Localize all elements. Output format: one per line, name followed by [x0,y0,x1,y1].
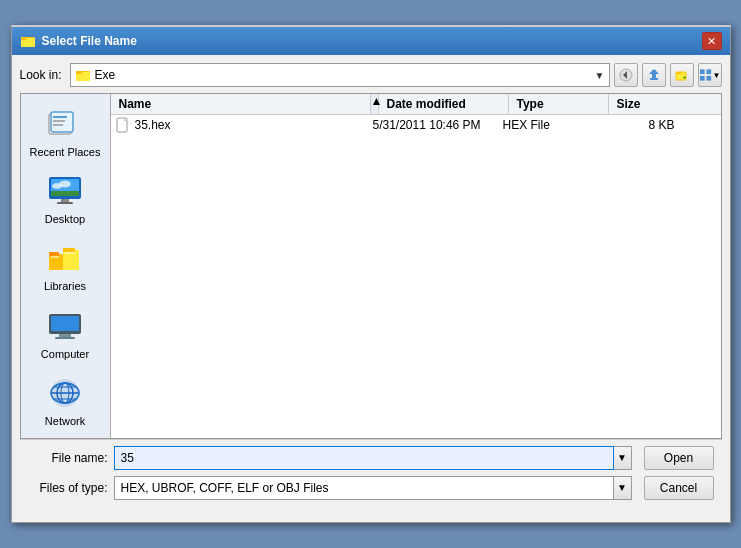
title-bar-left: Select File Name [20,33,137,49]
sidebar-item-libraries[interactable]: Libraries [25,232,105,299]
cancel-btn-label: Cancel [660,481,697,495]
svg-rect-38 [51,316,79,331]
dialog: Select File Name ✕ Look in: Exe ▼ [11,25,731,523]
desktop-icon [47,173,83,209]
open-button[interactable]: Open [644,446,714,470]
up-icon [647,68,661,82]
sidebar-item-label: Desktop [45,213,85,226]
main-panel: Name ▲ Date modified Type Size 35.hex 5/… [111,94,721,438]
close-button[interactable]: ✕ [702,32,722,50]
bottom-section: File name: ▼ Open Files of type: HEX, UB… [20,439,722,514]
libraries-icon-area [45,238,85,278]
files-of-type-dropdown-btn[interactable]: ▼ [614,476,632,500]
sidebar-item-computer[interactable]: Computer [25,300,105,367]
file-name-input[interactable] [114,446,614,470]
svg-rect-35 [65,252,75,254]
svg-rect-14 [699,69,704,74]
svg-rect-33 [63,248,75,252]
svg-rect-29 [57,202,73,204]
new-folder-button[interactable]: + [670,63,694,87]
files-of-type-row: Files of type: HEX, UBROF, COFF, ELF or … [28,476,714,500]
table-row[interactable]: 35.hex 5/31/2011 10:46 PM HEX File 8 KB [111,115,721,135]
sidebar-item-label: Libraries [44,280,86,293]
file-name-row: File name: ▼ Open [28,446,714,470]
content-area: Recent Places [20,93,722,439]
svg-rect-5 [76,71,82,74]
file-name: 35.hex [135,118,373,132]
look-in-value: Exe [95,68,591,82]
toolbar-row: Look in: Exe ▼ [20,63,722,87]
svg-rect-39 [59,334,71,337]
svg-rect-2 [21,37,27,40]
views-icon [699,68,712,82]
back-button[interactable] [614,63,638,87]
svg-rect-31 [49,252,59,256]
svg-rect-34 [51,256,59,258]
svg-rect-15 [706,69,711,74]
up-button[interactable] [642,63,666,87]
svg-rect-40 [55,337,75,339]
files-of-type-dropdown[interactable]: HEX, UBROF, COFF, ELF or OBJ Files [114,476,614,500]
new-folder-icon: + [675,68,689,82]
file-name-input-group: ▼ [114,446,632,470]
look-in-arrow: ▼ [595,70,605,81]
libraries-icon [47,240,83,276]
computer-icon-area [45,306,85,346]
sidebar-item-label: Network [45,415,85,428]
recent-places-icon [47,106,83,142]
svg-rect-27 [51,191,79,196]
cancel-button[interactable]: Cancel [644,476,714,500]
open-btn-label: Open [664,451,693,465]
svg-text:+: + [683,74,687,80]
open-cancel-group: Open [644,446,714,470]
svg-rect-20 [53,116,67,118]
look-in-label: Look in: [20,68,62,82]
file-type: HEX File [503,118,603,132]
network-icon [47,375,83,411]
sidebar-item-label: Computer [41,348,89,361]
folder-icon [75,67,91,83]
sidebar: Recent Places [21,94,111,438]
dialog-icon [20,33,36,49]
sidebar-item-recent-places[interactable]: Recent Places [25,98,105,165]
recent-places-icon-area [45,104,85,144]
svg-rect-16 [699,76,704,81]
sidebar-item-network[interactable]: Network [25,367,105,434]
svg-rect-22 [53,124,63,126]
svg-rect-17 [706,76,711,81]
title-bar: Select File Name ✕ [12,27,730,55]
files-of-type-group: HEX, UBROF, COFF, ELF or OBJ Files ▼ [114,476,632,500]
col-header-size[interactable]: Size [609,94,689,114]
dialog-title: Select File Name [42,34,137,48]
desktop-icon-area [45,171,85,211]
files-of-type-label: Files of type: [28,481,108,495]
computer-icon [47,308,83,344]
file-name-label: File name: [28,451,108,465]
views-button[interactable]: ▼ [698,63,722,87]
svg-rect-12 [676,72,681,74]
svg-rect-10 [650,78,658,80]
svg-marker-9 [649,69,659,74]
dialog-body: Look in: Exe ▼ [12,55,730,522]
file-date: 5/31/2011 10:46 PM [373,118,503,132]
svg-rect-28 [61,199,69,202]
sort-indicator: ▲ [371,94,379,114]
cancel-group: Cancel [644,476,714,500]
file-name-dropdown-btn[interactable]: ▼ [614,446,632,470]
files-of-type-value: HEX, UBROF, COFF, ELF or OBJ Files [121,481,329,495]
col-header-date[interactable]: Date modified [379,94,509,114]
sidebar-item-label: Recent Places [30,146,101,159]
svg-point-26 [59,181,71,188]
network-icon-area [45,373,85,413]
sidebar-item-desktop[interactable]: Desktop [25,165,105,232]
svg-rect-21 [53,120,65,122]
back-icon [619,68,633,82]
views-arrow: ▼ [713,71,721,80]
col-header-type[interactable]: Type [509,94,609,114]
file-list-header: Name ▲ Date modified Type Size [111,94,721,115]
col-header-name[interactable]: Name [111,94,371,114]
file-icon [115,117,131,133]
file-list: 35.hex 5/31/2011 10:46 PM HEX File 8 KB [111,115,721,438]
file-size: 8 KB [603,118,683,132]
look-in-dropdown[interactable]: Exe ▼ [70,63,610,87]
